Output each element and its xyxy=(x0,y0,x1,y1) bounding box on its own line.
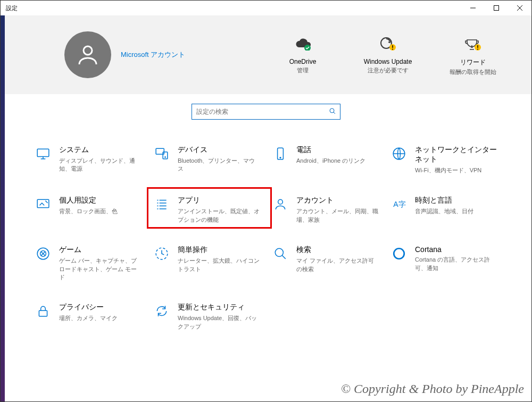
svg-point-17 xyxy=(278,200,283,205)
category-sub: ナレーター、拡大鏡、ハイコントラスト xyxy=(178,257,260,273)
phone-icon xyxy=(272,145,289,162)
category-sub: マイ ファイル、アクセス許可の検索 xyxy=(296,257,379,273)
status-title: OneDrive xyxy=(289,58,317,65)
minimize-button[interactable] xyxy=(461,1,485,15)
category-phone[interactable]: 電話 Android、iPhone のリンク xyxy=(270,143,381,177)
category-sub: Bluetooth、プリンター、マウス xyxy=(178,157,260,173)
window-title: 設定 xyxy=(6,4,18,12)
category-title: プライバシー xyxy=(59,303,118,312)
category-update-security[interactable]: 更新とセキュリティ Windows Update、回復、バックアップ xyxy=(151,300,262,333)
ease-icon xyxy=(153,245,170,262)
lock-icon xyxy=(35,303,52,320)
svg-rect-0 xyxy=(494,6,499,11)
apps-icon xyxy=(153,196,170,213)
category-title: 電話 xyxy=(296,145,365,155)
category-personalize[interactable]: 個人用設定 背景、ロック画面、色 xyxy=(32,194,144,226)
system-icon xyxy=(35,145,52,162)
category-accounts[interactable]: アカウント アカウント、メール、同期、職場、家族 xyxy=(270,194,381,226)
update-icon xyxy=(153,303,170,320)
category-devices[interactable]: デバイス Bluetooth、プリンター、マウス xyxy=(151,143,262,177)
update-alert-icon xyxy=(379,34,397,55)
svg-text:A字: A字 xyxy=(393,200,405,209)
ms-account-link[interactable]: Microsoft アカウント xyxy=(121,50,185,60)
category-title: 個人用設定 xyxy=(59,196,118,205)
category-gaming[interactable]: ゲーム ゲーム バー、キャプチャ、ブロードキャスト、ゲーム モード xyxy=(32,243,144,283)
desktop-edge xyxy=(1,15,5,401)
category-sub: Cortana の言語、アクセス許可、通知 xyxy=(415,256,497,272)
search-category-icon xyxy=(272,245,289,262)
svg-rect-16 xyxy=(37,200,49,208)
category-system[interactable]: システム ディスプレイ、サウンド、通知、電源 xyxy=(32,143,144,177)
category-sub: ディスプレイ、サウンド、通知、電源 xyxy=(59,157,142,173)
svg-rect-9 xyxy=(37,149,49,156)
accounts-icon xyxy=(272,196,289,213)
categories-grid: システム ディスプレイ、サウンド、通知、電源 デバイス Bluetooth、プリ… xyxy=(1,127,531,333)
search-icon xyxy=(329,108,336,116)
category-title: アカウント xyxy=(296,196,379,205)
status-sub: 管理 xyxy=(297,66,309,74)
devices-icon xyxy=(153,145,170,162)
category-apps[interactable]: アプリ アンインストール、既定値、オプションの機能 xyxy=(151,194,262,226)
person-icon xyxy=(75,42,101,68)
category-sub: Windows Update、回復、バックアップ xyxy=(178,314,260,331)
category-title: ネットワークとインターネット xyxy=(415,145,497,164)
category-sub: 音声認識、地域、日付 xyxy=(415,207,473,215)
category-time-language[interactable]: A字 時刻と言語 音声認識、地域、日付 xyxy=(388,194,500,226)
svg-point-14 xyxy=(280,157,281,158)
svg-point-8 xyxy=(330,108,334,113)
category-sub: ゲーム バー、キャプチャ、ブロードキャスト、ゲーム モード xyxy=(59,257,142,281)
category-sub: アカウント、メール、同期、職場、家族 xyxy=(296,207,379,224)
gaming-icon xyxy=(35,245,52,262)
category-sub: アンインストール、既定値、オプションの機能 xyxy=(178,207,260,224)
category-title: 時刻と言語 xyxy=(415,196,473,205)
category-privacy[interactable]: プライバシー 場所、カメラ、マイク xyxy=(32,300,144,333)
category-ease-of-access[interactable]: 簡単操作 ナレーター、拡大鏡、ハイコントラスト xyxy=(151,243,262,283)
category-sub: 場所、カメラ、マイク xyxy=(59,314,118,322)
cloud-icon xyxy=(294,34,312,55)
status-onedrive[interactable]: OneDrive 管理 xyxy=(276,34,329,76)
personalize-icon xyxy=(35,196,52,213)
rewards-icon xyxy=(464,34,482,55)
language-icon: A字 xyxy=(390,196,408,213)
search-input[interactable] xyxy=(196,108,329,115)
search-box[interactable] xyxy=(192,104,340,120)
svg-point-5 xyxy=(392,49,393,50)
svg-rect-24 xyxy=(39,311,47,316)
status-windows-update[interactable]: Windows Update 注意が必要です xyxy=(361,34,414,76)
category-title: アプリ xyxy=(178,196,260,205)
status-sub: 注意が必要です xyxy=(368,66,409,74)
status-sub: 報酬の取得を開始 xyxy=(450,68,496,76)
svg-point-23 xyxy=(394,248,404,259)
category-sub: Wi-Fi、機内モード、VPN xyxy=(415,166,497,174)
category-sub: 背景、ロック画面、色 xyxy=(59,207,118,215)
category-title: 検索 xyxy=(296,245,379,255)
cortana-icon xyxy=(390,245,408,262)
close-button[interactable] xyxy=(508,1,531,15)
titlebar: 設定 xyxy=(1,1,531,15)
watermark: © Copyright & Photo by PineApple xyxy=(341,382,524,396)
category-title: ゲーム xyxy=(59,245,142,255)
svg-point-1 xyxy=(84,46,92,55)
account-header: Microsoft アカウント OneDrive 管理 xyxy=(1,15,531,94)
svg-point-22 xyxy=(275,248,283,256)
category-network[interactable]: ネットワークとインターネット Wi-Fi、機内モード、VPN xyxy=(388,143,500,177)
globe-icon xyxy=(390,145,408,162)
maximize-button[interactable] xyxy=(485,1,508,15)
category-title: デバイス xyxy=(178,145,260,155)
category-cortana[interactable]: Cortana Cortana の言語、アクセス許可、通知 xyxy=(388,243,500,283)
category-title: 更新とセキュリティ xyxy=(178,303,260,312)
svg-point-7 xyxy=(477,49,478,50)
category-title: システム xyxy=(59,145,142,155)
user-avatar[interactable] xyxy=(64,31,111,78)
category-title: 簡単操作 xyxy=(178,245,260,255)
category-search[interactable]: 検索 マイ ファイル、アクセス許可の検索 xyxy=(270,243,381,283)
status-rewards[interactable]: リワード 報酬の取得を開始 xyxy=(446,34,500,76)
status-title: Windows Update xyxy=(364,58,412,65)
category-title: Cortana xyxy=(415,245,497,254)
status-title: リワード xyxy=(460,58,486,67)
category-sub: Android、iPhone のリンク xyxy=(296,157,365,165)
svg-point-12 xyxy=(165,157,165,157)
